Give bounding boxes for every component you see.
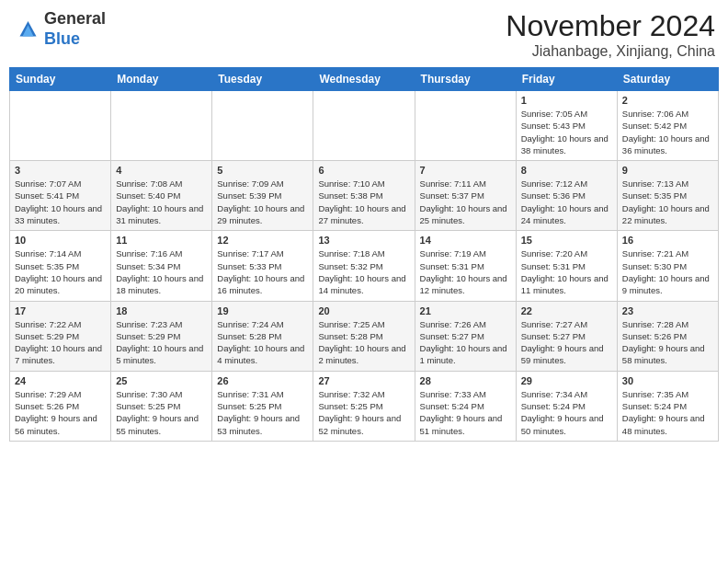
day-number: 20 bbox=[318, 305, 409, 316]
logo-icon bbox=[13, 16, 40, 43]
month-year: November 2024 bbox=[506, 9, 715, 43]
title-block: November 2024 Jiahanbage, Xinjiang, Chin… bbox=[506, 9, 715, 60]
day-info: Sunrise: 7:16 AM Sunset: 5:34 PM Dayligh… bbox=[116, 247, 207, 296]
day-number: 22 bbox=[521, 305, 612, 316]
day-number: 11 bbox=[116, 235, 207, 246]
day-number: 3 bbox=[15, 165, 106, 176]
day-info: Sunrise: 7:32 AM Sunset: 5:25 PM Dayligh… bbox=[318, 388, 409, 437]
day-info: Sunrise: 7:33 AM Sunset: 5:24 PM Dayligh… bbox=[420, 388, 511, 437]
calendar-cell bbox=[212, 91, 313, 161]
weekday-header: Monday bbox=[111, 68, 212, 91]
logo: General Blue bbox=[13, 9, 106, 49]
day-info: Sunrise: 7:23 AM Sunset: 5:29 PM Dayligh… bbox=[116, 318, 207, 367]
day-info: Sunrise: 7:12 AM Sunset: 5:36 PM Dayligh… bbox=[521, 178, 612, 226]
calendar-cell: 20Sunrise: 7:25 AM Sunset: 5:28 PM Dayli… bbox=[313, 301, 415, 371]
day-number: 21 bbox=[420, 305, 511, 316]
day-number: 24 bbox=[15, 375, 106, 386]
day-info: Sunrise: 7:25 AM Sunset: 5:28 PM Dayligh… bbox=[318, 318, 409, 367]
calendar-cell bbox=[313, 91, 415, 161]
day-number: 17 bbox=[15, 305, 106, 316]
calendar-cell: 27Sunrise: 7:32 AM Sunset: 5:25 PM Dayli… bbox=[313, 371, 415, 441]
calendar-cell bbox=[10, 91, 111, 161]
day-info: Sunrise: 7:09 AM Sunset: 5:39 PM Dayligh… bbox=[217, 178, 308, 226]
day-number: 27 bbox=[318, 375, 409, 386]
calendar-cell: 9Sunrise: 7:13 AM Sunset: 5:35 PM Daylig… bbox=[617, 161, 718, 231]
day-info: Sunrise: 7:19 AM Sunset: 5:31 PM Dayligh… bbox=[420, 247, 511, 296]
day-number: 15 bbox=[521, 235, 612, 246]
calendar-cell: 8Sunrise: 7:12 AM Sunset: 5:36 PM Daylig… bbox=[516, 161, 617, 231]
calendar-cell: 19Sunrise: 7:24 AM Sunset: 5:28 PM Dayli… bbox=[212, 301, 313, 371]
location: Jiahanbage, Xinjiang, China bbox=[506, 43, 715, 60]
calendar-cell: 25Sunrise: 7:30 AM Sunset: 5:25 PM Dayli… bbox=[111, 371, 212, 441]
day-number: 6 bbox=[318, 165, 409, 176]
day-info: Sunrise: 7:34 AM Sunset: 5:24 PM Dayligh… bbox=[521, 388, 612, 437]
weekday-header: Sunday bbox=[10, 68, 111, 91]
calendar-cell: 11Sunrise: 7:16 AM Sunset: 5:34 PM Dayli… bbox=[111, 231, 212, 301]
weekday-header: Saturday bbox=[617, 68, 718, 91]
calendar-cell: 4Sunrise: 7:08 AM Sunset: 5:40 PM Daylig… bbox=[111, 161, 212, 231]
calendar-cell: 10Sunrise: 7:14 AM Sunset: 5:35 PM Dayli… bbox=[10, 231, 111, 301]
day-number: 10 bbox=[15, 235, 106, 246]
calendar-cell: 5Sunrise: 7:09 AM Sunset: 5:39 PM Daylig… bbox=[212, 161, 313, 231]
calendar-cell bbox=[111, 91, 212, 161]
day-number: 28 bbox=[420, 375, 511, 386]
day-number: 29 bbox=[521, 375, 612, 386]
calendar-header-row: SundayMondayTuesdayWednesdayThursdayFrid… bbox=[10, 68, 719, 91]
calendar-cell: 7Sunrise: 7:11 AM Sunset: 5:37 PM Daylig… bbox=[415, 161, 516, 231]
day-number: 14 bbox=[420, 235, 511, 246]
day-info: Sunrise: 7:30 AM Sunset: 5:25 PM Dayligh… bbox=[116, 388, 207, 437]
calendar-week-row: 3Sunrise: 7:07 AM Sunset: 5:41 PM Daylig… bbox=[10, 161, 719, 231]
day-number: 25 bbox=[116, 375, 207, 386]
day-info: Sunrise: 7:26 AM Sunset: 5:27 PM Dayligh… bbox=[420, 318, 511, 367]
calendar-week-row: 1Sunrise: 7:05 AM Sunset: 5:43 PM Daylig… bbox=[10, 91, 719, 161]
day-info: Sunrise: 7:05 AM Sunset: 5:43 PM Dayligh… bbox=[521, 108, 612, 156]
day-number: 9 bbox=[622, 165, 713, 176]
day-info: Sunrise: 7:11 AM Sunset: 5:37 PM Dayligh… bbox=[420, 178, 511, 226]
day-info: Sunrise: 7:31 AM Sunset: 5:25 PM Dayligh… bbox=[217, 388, 308, 437]
calendar-cell: 3Sunrise: 7:07 AM Sunset: 5:41 PM Daylig… bbox=[10, 161, 111, 231]
day-number: 2 bbox=[622, 95, 713, 106]
weekday-header: Thursday bbox=[415, 68, 516, 91]
calendar-cell: 26Sunrise: 7:31 AM Sunset: 5:25 PM Dayli… bbox=[212, 371, 313, 441]
day-number: 16 bbox=[622, 235, 713, 246]
calendar-week-row: 24Sunrise: 7:29 AM Sunset: 5:26 PM Dayli… bbox=[10, 371, 719, 441]
calendar-cell: 13Sunrise: 7:18 AM Sunset: 5:32 PM Dayli… bbox=[313, 231, 415, 301]
day-info: Sunrise: 7:17 AM Sunset: 5:33 PM Dayligh… bbox=[217, 247, 308, 296]
day-info: Sunrise: 7:07 AM Sunset: 5:41 PM Dayligh… bbox=[15, 178, 106, 226]
day-number: 23 bbox=[622, 305, 713, 316]
calendar-cell: 17Sunrise: 7:22 AM Sunset: 5:29 PM Dayli… bbox=[10, 301, 111, 371]
weekday-header: Friday bbox=[516, 68, 617, 91]
calendar-cell bbox=[415, 91, 516, 161]
calendar-cell: 1Sunrise: 7:05 AM Sunset: 5:43 PM Daylig… bbox=[516, 91, 617, 161]
weekday-header: Wednesday bbox=[313, 68, 415, 91]
calendar-cell: 28Sunrise: 7:33 AM Sunset: 5:24 PM Dayli… bbox=[415, 371, 516, 441]
calendar-week-row: 10Sunrise: 7:14 AM Sunset: 5:35 PM Dayli… bbox=[10, 231, 719, 301]
logo-text: General Blue bbox=[44, 9, 106, 49]
calendar-table: SundayMondayTuesdayWednesdayThursdayFrid… bbox=[9, 67, 719, 442]
day-number: 19 bbox=[217, 305, 308, 316]
day-info: Sunrise: 7:06 AM Sunset: 5:42 PM Dayligh… bbox=[622, 108, 713, 156]
day-number: 4 bbox=[116, 165, 207, 176]
calendar-cell: 18Sunrise: 7:23 AM Sunset: 5:29 PM Dayli… bbox=[111, 301, 212, 371]
calendar-cell: 16Sunrise: 7:21 AM Sunset: 5:30 PM Dayli… bbox=[617, 231, 718, 301]
calendar-week-row: 17Sunrise: 7:22 AM Sunset: 5:29 PM Dayli… bbox=[10, 301, 719, 371]
day-number: 5 bbox=[217, 165, 308, 176]
weekday-header: Tuesday bbox=[212, 68, 313, 91]
day-info: Sunrise: 7:27 AM Sunset: 5:27 PM Dayligh… bbox=[521, 318, 612, 367]
day-info: Sunrise: 7:14 AM Sunset: 5:35 PM Dayligh… bbox=[15, 247, 106, 296]
calendar-cell: 12Sunrise: 7:17 AM Sunset: 5:33 PM Dayli… bbox=[212, 231, 313, 301]
calendar-cell: 29Sunrise: 7:34 AM Sunset: 5:24 PM Dayli… bbox=[516, 371, 617, 441]
day-info: Sunrise: 7:29 AM Sunset: 5:26 PM Dayligh… bbox=[15, 388, 106, 437]
day-number: 13 bbox=[318, 235, 409, 246]
day-info: Sunrise: 7:10 AM Sunset: 5:38 PM Dayligh… bbox=[318, 178, 409, 226]
calendar-cell: 6Sunrise: 7:10 AM Sunset: 5:38 PM Daylig… bbox=[313, 161, 415, 231]
day-info: Sunrise: 7:13 AM Sunset: 5:35 PM Dayligh… bbox=[622, 178, 713, 226]
calendar-cell: 23Sunrise: 7:28 AM Sunset: 5:26 PM Dayli… bbox=[617, 301, 718, 371]
day-info: Sunrise: 7:24 AM Sunset: 5:28 PM Dayligh… bbox=[217, 318, 308, 367]
day-info: Sunrise: 7:22 AM Sunset: 5:29 PM Dayligh… bbox=[15, 318, 106, 367]
day-number: 7 bbox=[420, 165, 511, 176]
day-info: Sunrise: 7:35 AM Sunset: 5:24 PM Dayligh… bbox=[622, 388, 713, 437]
calendar-cell: 2Sunrise: 7:06 AM Sunset: 5:42 PM Daylig… bbox=[617, 91, 718, 161]
day-number: 30 bbox=[622, 375, 713, 386]
day-number: 8 bbox=[521, 165, 612, 176]
